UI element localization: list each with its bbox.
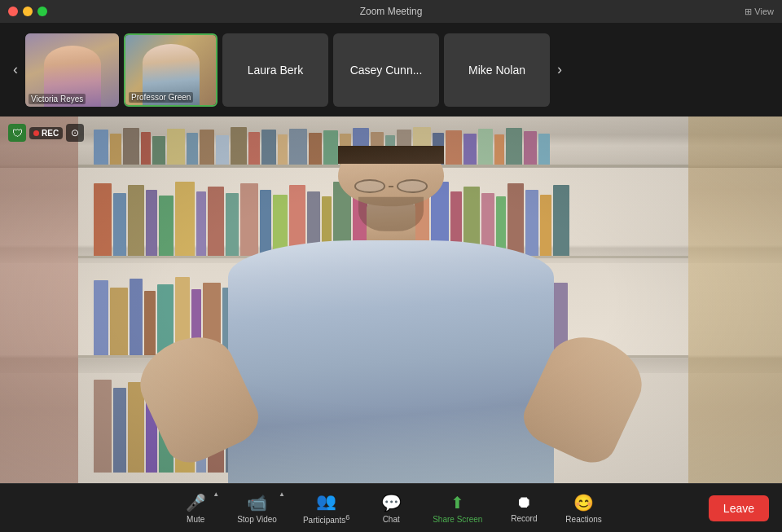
victoria-label: Victoria Reyes xyxy=(29,94,86,104)
record-label: Record xyxy=(511,514,537,523)
rec-dot xyxy=(33,130,39,136)
professor-green-label: Professor Green xyxy=(129,92,193,103)
toolbar: ▲ 🎤 Mute ▲ 📹 Stop Video 👥 Participants6 … xyxy=(0,483,782,532)
chat-button[interactable]: 💬 Chat xyxy=(362,484,420,532)
record-icon: ⏺ xyxy=(516,493,532,512)
laura-name: Laura Berk xyxy=(248,64,303,77)
strip-next-arrow[interactable]: › xyxy=(552,61,567,78)
mike-name: Mike Nolan xyxy=(468,64,525,77)
status-badges: 🛡 REC ⊙ xyxy=(8,124,84,142)
participant-count: 6 xyxy=(345,513,349,521)
mute-caret-icon: ▲ xyxy=(213,490,219,498)
window-controls xyxy=(8,7,47,16)
reactions-button[interactable]: 😊 Reactions xyxy=(552,484,614,532)
camera-badge: ⊙ xyxy=(66,124,84,142)
share-screen-icon: ⬆ xyxy=(450,493,464,512)
stop-video-label: Stop Video xyxy=(237,515,277,524)
record-button[interactable]: ⏺ Record xyxy=(495,484,552,532)
maximize-button[interactable] xyxy=(37,7,47,16)
mute-button[interactable]: ▲ 🎤 Mute xyxy=(167,484,224,532)
rec-badge: REC xyxy=(29,127,63,139)
main-video-area xyxy=(0,117,782,483)
chat-icon: 💬 xyxy=(381,493,402,512)
share-screen-button[interactable]: ⬆ Share Screen xyxy=(420,484,495,532)
participant-casey[interactable]: Casey Cunn... xyxy=(333,33,439,107)
participants-label: Participants6 xyxy=(303,513,349,525)
participant-laura[interactable]: Laura Berk xyxy=(222,33,328,107)
share-screen-label: Share Screen xyxy=(433,515,482,524)
grid-icon: ⊞ xyxy=(745,7,752,17)
participant-mike[interactable]: Mike Nolan xyxy=(444,33,550,107)
microphone-icon: 🎤 xyxy=(186,493,206,512)
chat-label: Chat xyxy=(383,515,400,524)
participants-icon: 👥 xyxy=(316,491,336,511)
rec-label: REC xyxy=(42,129,59,138)
view-button[interactable]: ⊞ View xyxy=(745,7,774,17)
minimize-button[interactable] xyxy=(23,7,33,16)
reactions-label: Reactions xyxy=(565,515,601,524)
title-bar: Zoom Meeting ⊞ View xyxy=(0,0,782,23)
leave-button[interactable]: Leave xyxy=(709,495,769,521)
window-title: Zoom Meeting xyxy=(360,6,423,17)
stop-video-button[interactable]: ▲ 📹 Stop Video xyxy=(224,484,290,532)
thumbnail-professor-green[interactable]: Professor Green xyxy=(124,33,217,107)
reactions-icon: 😊 xyxy=(573,493,594,512)
video-camera-icon: 📹 xyxy=(247,493,267,512)
shield-badge: 🛡 xyxy=(8,124,26,142)
participants-button[interactable]: 👥 Participants6 xyxy=(290,484,362,532)
participant-strip: ‹ Victoria Reyes Professor Green Laura B… xyxy=(0,23,782,117)
close-button[interactable] xyxy=(8,7,18,16)
video-caret-icon: ▲ xyxy=(279,490,285,498)
mute-label: Mute xyxy=(187,515,204,524)
thumbnail-victoria[interactable]: Victoria Reyes xyxy=(25,33,119,107)
strip-prev-arrow[interactable]: ‹ xyxy=(8,61,23,78)
casey-name: Casey Cunn... xyxy=(350,64,423,77)
